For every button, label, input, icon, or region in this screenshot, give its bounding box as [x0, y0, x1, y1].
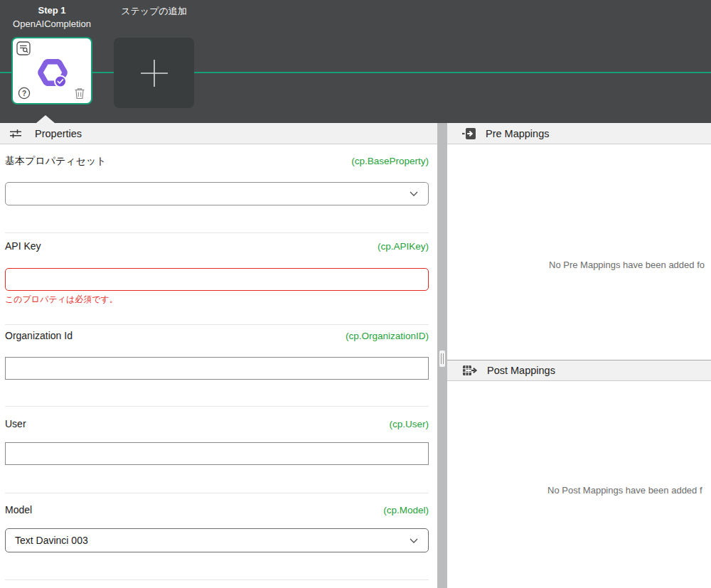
properties-header: Properties — [0, 123, 437, 144]
chevron-down-icon — [410, 538, 418, 543]
add-step-label: ステップの追加 — [114, 5, 194, 18]
step-title: Step 1 — [11, 5, 92, 16]
api-key-error: このプロパティは必須です。 — [5, 294, 118, 306]
sliders-icon — [9, 129, 22, 139]
field-prop-model: (cp.Model) — [383, 505, 429, 515]
field-label-organization-id: Organization Id — [5, 330, 73, 341]
properties-panel: Properties 基本プロパティセット (cp.BaseProperty) … — [0, 123, 437, 588]
section-divider — [5, 493, 429, 493]
plus-icon — [139, 58, 169, 88]
pre-mappings-header: Pre Mappings — [447, 123, 711, 144]
pre-mappings-title: Pre Mappings — [486, 128, 549, 139]
user-input[interactable] — [5, 442, 429, 465]
model-select-value: Text Davinci 003 — [6, 535, 410, 546]
svg-text:?: ? — [22, 90, 26, 97]
base-property-select[interactable] — [5, 182, 429, 205]
openai-logo-icon — [38, 57, 69, 90]
step-subtitle: OpenAICompletion — [11, 18, 92, 29]
pre-mappings-import-icon — [462, 127, 476, 140]
splitter-grip-icon[interactable] — [439, 351, 445, 367]
field-label-base-property: 基本プロパティセット — [5, 155, 107, 168]
post-mappings-export-icon — [462, 364, 478, 377]
section-divider — [5, 232, 429, 233]
api-key-input[interactable] — [5, 268, 429, 291]
panel-splitter[interactable] — [437, 123, 447, 588]
delete-step-icon[interactable] — [74, 87, 85, 100]
inspect-step-icon[interactable] — [16, 41, 31, 55]
mappings-panel: Pre Mappings No Pre Mappings have been a… — [447, 123, 711, 588]
post-mappings-title: Post Mappings — [487, 365, 555, 376]
add-step-button[interactable] — [114, 38, 194, 108]
pre-mappings-empty-text: No Pre Mappings have been added fo — [549, 260, 705, 270]
properties-title: Properties — [35, 128, 82, 139]
section-divider — [5, 406, 429, 407]
post-mappings-empty-text: No Post Mappings have been added f — [547, 485, 702, 496]
section-divider — [5, 579, 429, 580]
organization-id-input[interactable] — [5, 357, 429, 380]
help-icon[interactable]: ? — [18, 87, 31, 100]
section-divider — [5, 324, 429, 325]
field-label-user: User — [5, 418, 26, 429]
chevron-down-icon — [410, 191, 418, 196]
field-prop-user: (cp.User) — [389, 419, 429, 429]
field-prop-organization-id: (cp.OrganizationID) — [346, 331, 429, 341]
active-step-pointer — [36, 115, 55, 123]
step-card-openai-completion[interactable]: ? — [11, 37, 92, 105]
post-mappings-header: Post Mappings — [447, 360, 711, 381]
field-label-api-key: API Key — [5, 240, 41, 252]
field-prop-base-property: (cp.BaseProperty) — [351, 156, 429, 166]
model-select[interactable]: Text Davinci 003 — [5, 528, 429, 552]
field-label-model: Model — [5, 504, 32, 515]
field-prop-api-key: (cp.APIKey) — [378, 241, 429, 252]
workflow-canvas[interactable]: Step 1 OpenAICompletion — [0, 0, 711, 123]
connector-line — [0, 72, 711, 73]
workflow-designer: Step 1 OpenAICompletion — [0, 0, 711, 588]
